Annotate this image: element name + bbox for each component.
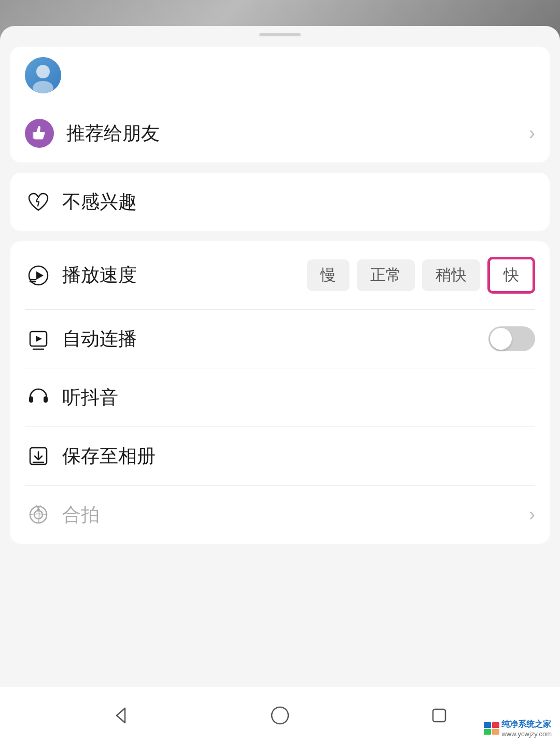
watermark-line1: 纯净系统之家: [501, 719, 552, 730]
auto-play-icon: [25, 325, 52, 352]
not-interested-card: 不感兴趣: [10, 173, 550, 231]
auto-play-toggle[interactable]: [488, 326, 535, 351]
svg-marker-5: [36, 271, 44, 280]
playback-speed-label: 播放速度: [62, 263, 307, 288]
speed-normal[interactable]: 正常: [357, 259, 415, 291]
speed-slow[interactable]: 慢: [307, 259, 349, 291]
not-interested-label: 不感兴趣: [62, 189, 535, 215]
nav-home-button[interactable]: [267, 702, 293, 729]
nav-recents-button[interactable]: [426, 702, 453, 729]
avatar-row: [10, 47, 550, 104]
toggle-knob: [490, 328, 512, 350]
recommend-label: 推荐给朋友: [66, 121, 529, 146]
svg-rect-11: [29, 396, 33, 403]
svg-rect-25: [492, 722, 499, 728]
listen-icon: [25, 384, 52, 411]
nav-back-button[interactable]: [107, 702, 134, 729]
auto-play-row[interactable]: 自动连播: [10, 310, 550, 368]
svg-rect-26: [484, 729, 491, 735]
svg-marker-21: [117, 708, 125, 723]
svg-rect-27: [492, 729, 499, 735]
svg-point-17: [34, 511, 43, 519]
watermark-line2: www.ycwjzy.com: [501, 730, 552, 738]
listen-douyin-label: 听抖音: [62, 385, 535, 410]
collab-label: 合拍: [62, 502, 529, 528]
svg-marker-9: [36, 336, 42, 342]
speed-slightly-fast[interactable]: 稍快: [422, 259, 480, 291]
save-album-row[interactable]: 保存至相册: [10, 427, 550, 485]
svg-rect-23: [433, 709, 445, 722]
collab-chevron: ›: [529, 504, 535, 526]
watermark-text: 纯净系统之家 www.ycwjzy.com: [501, 719, 552, 738]
save-album-icon: [25, 443, 52, 470]
save-album-label: 保存至相册: [62, 444, 535, 469]
watermark: 纯净系统之家 www.ycwjzy.com: [480, 717, 556, 740]
not-interested-row[interactable]: 不感兴趣: [10, 173, 550, 231]
watermark-logo: [484, 722, 499, 735]
bottom-nav: [0, 687, 560, 744]
avatar: [25, 57, 61, 93]
svg-rect-12: [44, 396, 48, 403]
recommend-chevron: ›: [529, 122, 535, 144]
not-interested-icon: [25, 188, 52, 215]
svg-point-1: [36, 65, 50, 78]
svg-point-22: [272, 707, 288, 724]
svg-point-18: [37, 508, 40, 512]
collab-icon: [25, 501, 52, 528]
speed-controls: 慢 正常 稍快 快: [307, 257, 535, 294]
drag-handle[interactable]: [259, 33, 301, 36]
recommend-icon: [25, 119, 54, 148]
playback-speed-card: 播放速度 慢 正常 稍快 快 自动连播: [10, 241, 550, 544]
avatar-card: 推荐给朋友 ›: [10, 47, 550, 162]
listen-douyin-row[interactable]: 听抖音: [10, 368, 550, 426]
playback-speed-icon: [25, 262, 52, 289]
collab-row[interactable]: 合拍 ›: [10, 486, 550, 544]
bottom-sheet: 推荐给朋友 › 不感兴趣: [0, 26, 560, 744]
svg-rect-24: [484, 722, 491, 728]
svg-rect-3: [33, 132, 35, 139]
speed-fast[interactable]: 快: [487, 257, 535, 294]
playback-speed-row: 播放速度 慢 正常 稍快 快: [10, 241, 550, 309]
auto-play-label: 自动连播: [62, 326, 488, 352]
recommend-row[interactable]: 推荐给朋友 ›: [10, 104, 550, 162]
